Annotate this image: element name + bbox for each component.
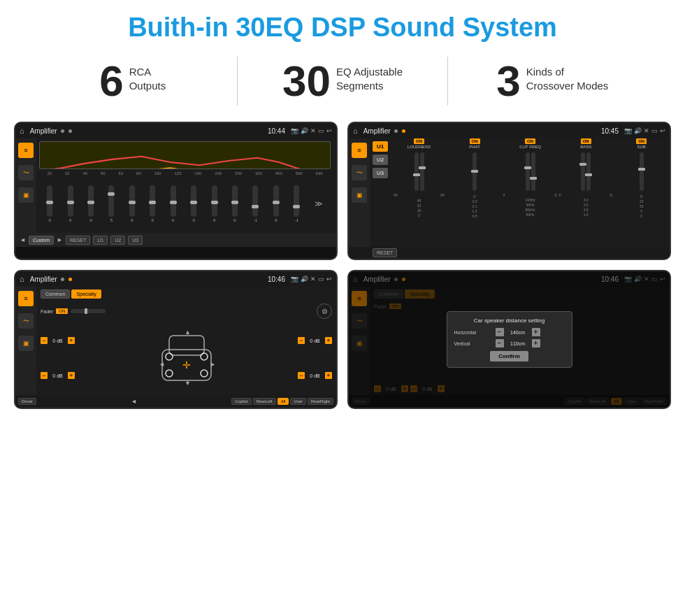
eq-track-5[interactable] [150,185,155,217]
amp-topbar: ⌂ Amplifier 10:45 📷 🔊 ✕ ▭ ↩ [349,123,670,138]
bass-slider1[interactable] [581,152,585,191]
sub-slider[interactable] [640,152,644,191]
eq-slider-5: 0 [150,185,155,222]
amp-reset-btn[interactable]: RESET [373,248,397,257]
dialog-horizontal-minus[interactable]: − [496,328,504,336]
amp-volume-icon: 🔊 [634,127,642,134]
loudness-slider1[interactable] [414,152,419,191]
eq-track-3[interactable] [108,185,114,217]
spk-time: 10:46 [268,275,285,283]
db-minus-4[interactable]: − [298,372,305,379]
spk-specialty-tab[interactable]: Specialty [71,289,101,299]
eq-track-6[interactable] [171,185,176,217]
dot1 [61,129,64,133]
spk-home-icon[interactable]: ⌂ [20,275,24,283]
db-plus-3[interactable]: + [325,337,332,344]
dialog-confirm-button[interactable]: Confirm [490,351,528,361]
eq-val-4: 0 [131,218,133,222]
eq-sidebar-volume-icon[interactable]: ▣ [18,187,34,203]
amp-topbar-title: Amplifier [363,127,391,135]
eq-track-7[interactable] [191,185,196,217]
amp-sidebar-volume-icon[interactable]: ▣ [352,187,367,203]
eq-track-11[interactable] [273,185,279,217]
dialog-horizontal-plus[interactable]: + [532,328,540,336]
spk-sidebar-filter-icon[interactable]: ≡ [18,291,34,306]
sub-on-badge[interactable]: ON [636,138,647,144]
dialog-overlay: Car speaker distance setting Horizontal … [349,271,670,408]
dialog-vertical-minus[interactable]: − [496,339,504,348]
db-minus-1[interactable]: − [41,337,48,344]
spk-driver-btn[interactable]: Driver [18,398,36,405]
db-val-4: 0 dB [306,373,324,378]
bass-on-badge[interactable]: ON [581,138,591,144]
loudness-slider2[interactable] [420,152,424,191]
car-diagram-svg: ✛ ◄ ► ▲ ▼ [155,330,218,386]
db-plus-1[interactable]: + [68,337,75,344]
eq-reset-btn[interactable]: RESET [66,236,90,245]
stat-rca: 6 RCA Outputs [42,59,223,103]
db-minus-3[interactable]: − [298,337,305,344]
svg-text:►: ► [210,361,216,368]
phat-val2: 2.1 [473,204,477,208]
bass-slider2[interactable] [586,152,591,191]
amp-dot1 [394,129,398,133]
eq-val-1: 0 [69,218,71,222]
eq-sidebar-wave-icon[interactable]: 〜 [18,165,34,180]
loudness-on-badge[interactable]: ON [414,138,424,144]
db-plus-4[interactable]: + [325,372,332,379]
cutfreq-slider2[interactable] [531,152,535,191]
eq-sidebar: ≡ 〜 ▣ [15,138,36,233]
eq-u2-btn[interactable]: U2 [110,236,125,245]
eq-graph [39,141,331,169]
cutfreq-on-badge[interactable]: ON [525,138,535,144]
eq-track-2[interactable] [88,185,94,217]
fader-track[interactable] [71,309,106,313]
eq-prev-arrow[interactable]: ◄ [20,236,26,243]
eq-track-8[interactable] [212,185,217,217]
amp-sidebar-wave-icon[interactable]: 〜 [352,165,367,180]
spk-sidebar-volume-icon[interactable]: ▣ [18,336,34,351]
spk-arrow-left-icon[interactable]: ◄ [38,398,230,405]
spk-all-btn[interactable]: All [277,398,289,405]
amp-home-icon[interactable]: ⌂ [353,127,358,135]
spk-rearright-btn[interactable]: RearRight [308,398,333,405]
spk-settings-icon[interactable]: ⚙ [317,303,332,319]
amp-u-buttons: U1 U2 U3 [370,138,391,247]
dialog-vertical-plus[interactable]: + [532,339,540,348]
eq-track-9[interactable] [232,185,238,217]
phat-slider[interactable] [473,152,477,191]
eq-expand-icon[interactable]: ≫ [315,199,323,208]
db-ctl-2: − 0 dB + [41,372,75,379]
fader-on-toggle[interactable]: ON [56,308,68,314]
spk-common-tab[interactable]: Common [41,289,70,299]
eq-u1-btn[interactable]: U1 [93,236,108,245]
eq-track-0[interactable] [47,185,52,217]
loudness-label: LOUDNESS [408,145,431,149]
eq-track-12[interactable] [294,185,299,217]
home-icon[interactable]: ⌂ [20,127,24,135]
eq-u3-btn[interactable]: U3 [128,236,143,245]
spk-copilot-btn[interactable]: Copilot [231,398,252,405]
eq-track-4[interactable] [129,185,135,217]
db-val-3: 0 dB [306,338,324,343]
eq-track-10[interactable] [252,185,258,217]
spk-rearleft-btn[interactable]: RearLeft [253,398,276,405]
eq-next-arrow[interactable]: ► [57,236,63,243]
amp-u2-btn[interactable]: U2 [373,155,388,165]
spk-user-btn[interactable]: User [290,398,306,405]
phat-on-badge[interactable]: ON [470,138,480,144]
eq-time: 10:44 [268,127,285,135]
amp-u3-btn[interactable]: U3 [373,168,388,178]
cutfreq-fg: FG [503,193,557,197]
cutfreq-slider1[interactable] [526,152,530,191]
amp-u1-btn[interactable]: U1 [373,141,388,152]
eq-sidebar-filter-icon[interactable]: ≡ [18,143,34,158]
db-plus-2[interactable]: + [68,372,75,379]
page-title: Buith-in 30EQ DSP Sound System [0,0,685,50]
amp-sidebar-filter-icon[interactable]: ≡ [352,143,367,158]
loudness-sub-controls [414,151,424,192]
db-minus-2[interactable]: − [41,372,48,379]
eq-track-1[interactable] [68,185,73,217]
spk-sidebar-wave-icon[interactable]: 〜 [18,313,34,329]
eq-topbar-title: Amplifier [30,127,57,135]
